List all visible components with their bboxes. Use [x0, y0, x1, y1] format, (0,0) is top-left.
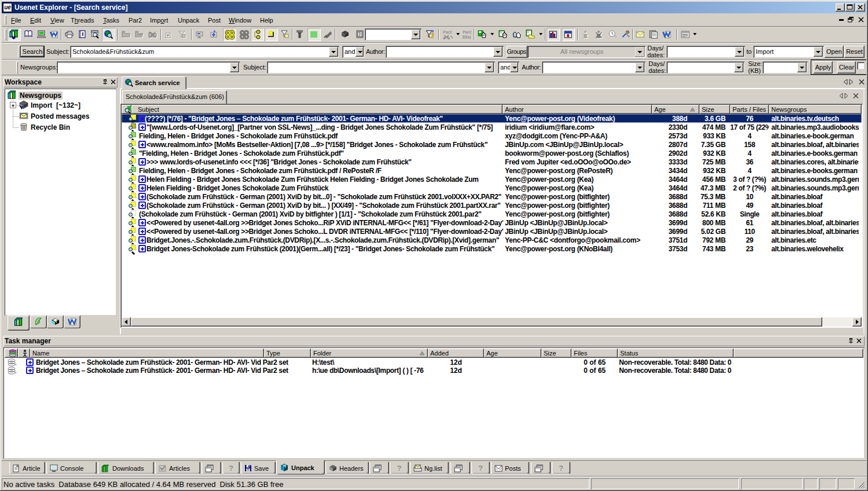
svg-text:Par2: Par2	[463, 30, 471, 34]
svg-text:Par2: Par2	[443, 30, 452, 34]
